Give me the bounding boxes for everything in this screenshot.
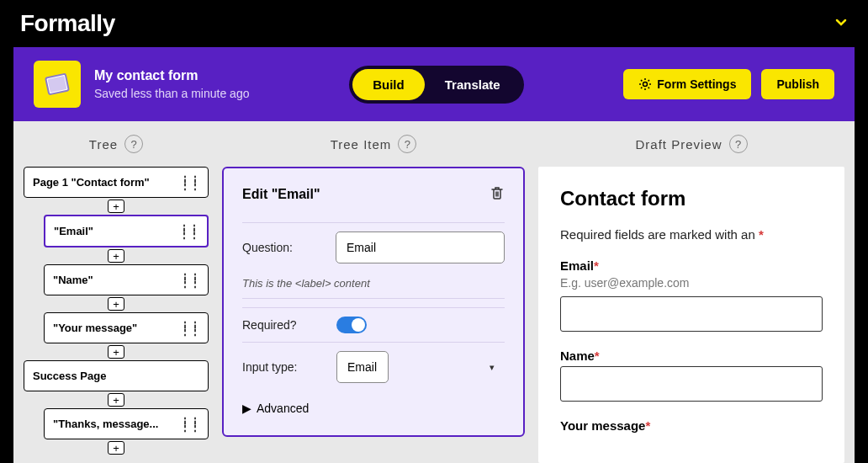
required-toggle[interactable]: [336, 317, 367, 333]
advanced-toggle[interactable]: ▶ Advanced: [242, 391, 505, 418]
tree-node-page1[interactable]: Page 1 "Contact form" ⋮⋮⋮⋮: [24, 167, 209, 198]
translate-tab[interactable]: Translate: [425, 69, 521, 100]
edit-title: Edit "Email": [242, 187, 320, 202]
edit-panel: Edit "Email" Question: This is the <labe…: [222, 167, 525, 437]
trash-icon[interactable]: [490, 185, 505, 204]
preview-header: Draft Preview ?: [538, 135, 844, 153]
chevron-down-icon[interactable]: [834, 15, 848, 32]
mode-switch: Build Translate: [349, 66, 523, 104]
drag-handle-icon[interactable]: ⋮⋮⋮⋮: [179, 275, 199, 285]
tree-node-thanks[interactable]: "Thanks, message... ⋮⋮⋮⋮: [44, 408, 209, 439]
preview-heading: Contact form: [560, 187, 823, 210]
add-node-button[interactable]: +: [108, 345, 124, 359]
help-icon[interactable]: ?: [398, 135, 416, 153]
email-hint: E.g. user@example.com: [560, 276, 823, 290]
required-note: Required fields are marked with an *: [560, 227, 823, 242]
question-hint: This is the <label> content: [242, 277, 505, 299]
header-actions: Form Settings Publish: [623, 69, 834, 99]
app-logo: Formally: [20, 10, 115, 37]
drag-handle-icon[interactable]: ⋮⋮⋮⋮: [179, 178, 199, 188]
email-input[interactable]: [560, 296, 823, 332]
tree-node-email[interactable]: "Email" ⋮⋮⋮⋮: [44, 215, 209, 247]
tree-node-message[interactable]: "Your message" ⋮⋮⋮⋮: [44, 312, 209, 343]
required-star-icon: *: [759, 227, 764, 242]
add-node-button[interactable]: +: [108, 297, 124, 311]
field-message: Your message*: [560, 418, 823, 433]
field-email: Email* E.g. user@example.com: [560, 258, 823, 332]
tree-column: Tree ? Page 1 "Contact form" ⋮⋮⋮⋮ + "Ema…: [24, 135, 209, 463]
form-header-bar: My contact form Saved less than a minute…: [13, 47, 855, 121]
input-type-select[interactable]: Email: [336, 351, 389, 383]
tree-header: Tree ?: [24, 135, 209, 153]
drag-handle-icon[interactable]: ⋮⋮⋮⋮: [179, 419, 199, 429]
tree-node-success[interactable]: Success Page: [24, 360, 209, 391]
form-title: My contact form: [94, 68, 249, 83]
svg-point-2: [643, 82, 648, 87]
name-label: Name*: [560, 349, 823, 363]
question-row: Question:: [242, 222, 505, 272]
publish-button[interactable]: Publish: [761, 69, 834, 99]
top-bar: Formally: [0, 0, 868, 47]
input-type-label: Input type:: [242, 360, 326, 374]
main-area: Tree ? Page 1 "Contact form" ⋮⋮⋮⋮ + "Ema…: [13, 121, 855, 463]
drag-handle-icon[interactable]: ⋮⋮⋮⋮: [179, 323, 199, 333]
question-input[interactable]: [336, 232, 505, 263]
form-settings-button[interactable]: Form Settings: [623, 69, 751, 99]
field-name: Name*: [560, 349, 823, 402]
caret-down-icon: ▾: [490, 362, 495, 373]
message-label: Your message*: [560, 418, 823, 433]
drag-handle-icon[interactable]: ⋮⋮⋮⋮: [178, 226, 198, 237]
tree-item-column: Tree Item ? Edit "Email" Question: This …: [222, 135, 525, 463]
form-type-icon: [34, 61, 81, 108]
add-node-button[interactable]: +: [108, 441, 124, 455]
tree-node-name[interactable]: "Name" ⋮⋮⋮⋮: [44, 264, 209, 295]
gear-icon: [638, 77, 652, 91]
required-label: Required?: [242, 318, 326, 332]
preview-column: Draft Preview ? Contact form Required fi…: [538, 135, 844, 463]
name-input[interactable]: [560, 366, 823, 402]
form-info: My contact form Saved less than a minute…: [34, 61, 249, 108]
help-icon[interactable]: ?: [124, 135, 143, 153]
add-node-button[interactable]: +: [108, 249, 124, 263]
form-meta: My contact form Saved less than a minute…: [94, 68, 249, 100]
preview-panel: Contact form Required fields are marked …: [538, 167, 844, 463]
required-row: Required?: [242, 307, 505, 342]
add-node-button[interactable]: +: [108, 200, 124, 213]
input-type-row: Input type: Email ▾: [242, 342, 505, 391]
email-label: Email*: [560, 258, 823, 273]
build-tab[interactable]: Build: [352, 69, 425, 100]
help-icon[interactable]: ?: [729, 135, 748, 153]
question-label: Question:: [242, 241, 326, 254]
add-node-button[interactable]: +: [108, 393, 124, 407]
edit-header: Edit "Email": [242, 185, 505, 204]
save-status: Saved less than a minute ago: [94, 87, 249, 100]
tree-item-header: Tree Item ?: [222, 135, 525, 153]
caret-right-icon: ▶: [242, 402, 251, 415]
